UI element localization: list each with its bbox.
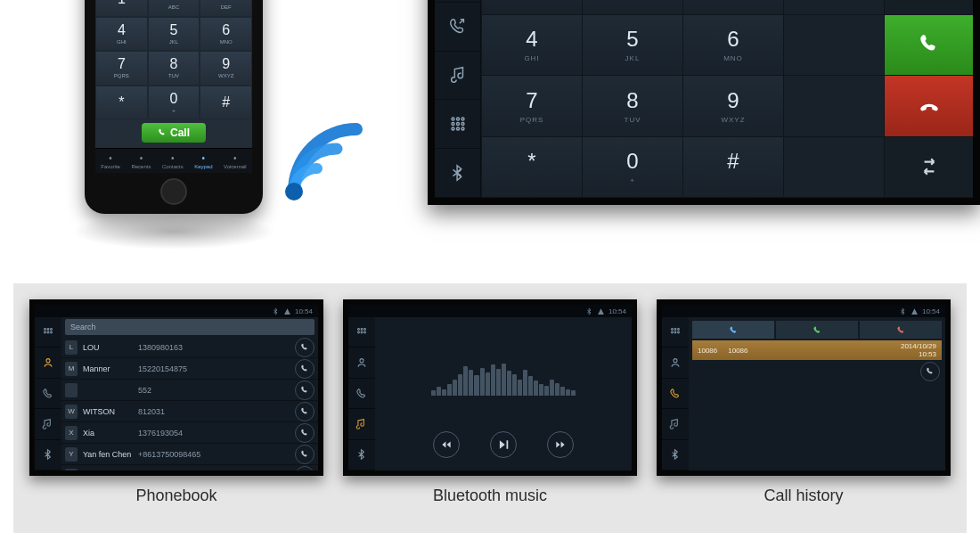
missed-tab[interactable] xyxy=(860,321,942,339)
svg-point-28 xyxy=(672,331,674,333)
history-time: 10:53 xyxy=(919,350,936,358)
hangup-button[interactable] xyxy=(884,76,973,137)
key-*[interactable]: * xyxy=(481,137,582,199)
key-3[interactable]: 3DEF xyxy=(682,0,783,15)
call-log-icon[interactable] xyxy=(348,379,375,409)
key-4[interactable]: 4GHI xyxy=(481,15,582,77)
contact-row[interactable]: MManner15220154875 xyxy=(61,358,318,380)
dial-button[interactable] xyxy=(295,423,314,443)
svg-point-30 xyxy=(678,331,680,333)
spacer xyxy=(783,76,884,137)
history-row[interactable]: 10086 10086 2014/10/29 10:53 xyxy=(692,340,942,360)
tab-contacts[interactable]: •Contacts xyxy=(162,153,184,169)
backspace-button[interactable] xyxy=(884,0,973,15)
call-log-icon[interactable] xyxy=(435,3,481,52)
key-6[interactable]: 6MNO xyxy=(200,17,252,52)
contact-row[interactable]: YYan fen Chen+8613750098465 xyxy=(61,444,318,465)
key-9[interactable]: 9WXYZ xyxy=(200,51,252,86)
key-3[interactable]: 3DEF xyxy=(200,0,252,17)
key-2[interactable]: 2ABC xyxy=(148,0,200,17)
key-#[interactable]: # xyxy=(200,86,252,120)
svg-point-24 xyxy=(360,359,363,363)
spacer xyxy=(783,0,884,15)
call-log-icon[interactable] xyxy=(35,379,61,409)
prev-track-button[interactable] xyxy=(433,431,460,458)
key-9[interactable]: 9WXYZ xyxy=(682,76,783,137)
call-button[interactable]: Call xyxy=(142,123,206,143)
bt-music-icon[interactable] xyxy=(435,52,481,101)
received-tab[interactable] xyxy=(776,321,858,339)
key-7[interactable]: 7PQRS xyxy=(95,51,148,86)
swap-button[interactable] xyxy=(884,137,973,199)
tab-recents[interactable]: •Recents xyxy=(131,153,151,169)
next-track-button[interactable] xyxy=(547,431,574,458)
key-1[interactable]: 1 xyxy=(481,0,582,15)
keypad-icon[interactable] xyxy=(662,317,689,348)
dial-button[interactable] xyxy=(920,362,940,381)
search-input[interactable]: Search xyxy=(65,319,314,335)
dial-button[interactable] xyxy=(295,445,314,464)
contact-row[interactable]: LLOU1380980163 xyxy=(61,337,318,358)
dial-button[interactable] xyxy=(295,402,314,421)
play-pause-button[interactable] xyxy=(490,431,517,458)
dialed-tab[interactable] xyxy=(692,321,774,339)
dial-button[interactable] xyxy=(295,359,314,379)
clock: 10:54 xyxy=(295,307,313,315)
key-1[interactable]: 1 xyxy=(95,0,148,17)
tab-favorite[interactable]: •Favorite xyxy=(101,153,120,169)
svg-point-6 xyxy=(456,123,459,126)
key-8[interactable]: 8TUV xyxy=(148,51,200,86)
keypad-icon[interactable] xyxy=(35,317,61,348)
bt-music-icon[interactable] xyxy=(348,409,375,439)
contact-row[interactable]: 552 xyxy=(61,380,318,401)
bt-music-icon[interactable] xyxy=(662,409,689,439)
key-0[interactable]: 0+ xyxy=(582,137,682,199)
key-0[interactable]: 0+ xyxy=(148,86,200,120)
bluetooth-signal-icon xyxy=(276,102,383,209)
key-*[interactable]: * xyxy=(95,86,148,120)
feature-strip: 10:54 Search LLOU1380980163MManner152201… xyxy=(13,283,967,533)
contact-row[interactable]: WWITSON812031 xyxy=(61,401,318,422)
bt-settings-icon[interactable] xyxy=(35,440,61,470)
btmusic-screen: 10:54 xyxy=(343,299,637,476)
key-5[interactable]: 5JKL xyxy=(582,15,682,77)
dial-button[interactable] xyxy=(295,466,314,477)
equalizer-graphic xyxy=(431,342,575,396)
svg-point-0 xyxy=(285,183,303,200)
keypad-icon[interactable] xyxy=(435,100,481,149)
tab-keypad[interactable]: •Keypad xyxy=(194,153,212,169)
key-6[interactable]: 6MNO xyxy=(682,15,783,77)
svg-point-29 xyxy=(674,331,676,333)
tab-voicemail[interactable]: •Voicemail xyxy=(224,153,247,169)
answer-button[interactable] xyxy=(884,15,973,77)
dial-button[interactable] xyxy=(295,338,314,357)
svg-point-3 xyxy=(456,118,459,120)
key-5[interactable]: 5JKL xyxy=(148,17,200,52)
key-#[interactable]: # xyxy=(682,137,783,199)
home-button[interactable] xyxy=(160,178,187,205)
bt-music-icon[interactable] xyxy=(35,409,61,439)
contacts-icon[interactable] xyxy=(348,348,375,378)
key-4[interactable]: 4GHI xyxy=(95,17,148,52)
contacts-icon[interactable] xyxy=(35,348,61,378)
svg-point-9 xyxy=(456,127,459,130)
bt-settings-icon[interactable] xyxy=(348,440,375,470)
contacts-icon[interactable] xyxy=(662,348,689,378)
contact-row[interactable]: XXia1376193054 xyxy=(61,422,318,444)
contact-row[interactable]: ZZ1591744851 xyxy=(61,465,318,476)
svg-point-10 xyxy=(461,127,464,130)
svg-point-13 xyxy=(51,328,53,330)
keypad-icon[interactable] xyxy=(348,317,375,348)
caption: Phonebook xyxy=(135,487,216,505)
key-2[interactable]: 2ABC xyxy=(582,0,682,15)
status-bar: 10:54 xyxy=(348,305,632,317)
phonebook-screen: 10:54 Search LLOU1380980163MManner152201… xyxy=(29,299,323,476)
bt-settings-icon[interactable] xyxy=(435,149,481,198)
bt-settings-icon[interactable] xyxy=(662,440,689,470)
key-8[interactable]: 8TUV xyxy=(582,76,682,137)
call-log-icon[interactable] xyxy=(662,379,689,409)
svg-point-17 xyxy=(46,359,50,363)
history-screen: 10:54 10086 xyxy=(657,299,951,476)
key-7[interactable]: 7PQRS xyxy=(481,76,582,137)
dial-button[interactable] xyxy=(295,380,314,400)
